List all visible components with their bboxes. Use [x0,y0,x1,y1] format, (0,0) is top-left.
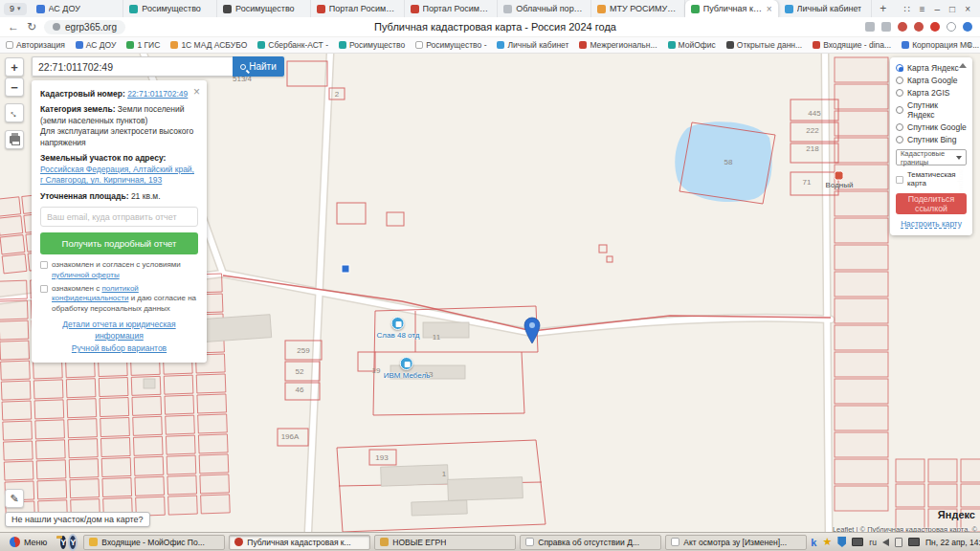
bookmark-item[interactable]: МойОфис [668,40,716,50]
tab-close-icon[interactable]: × [767,4,772,14]
menu-icon[interactable]: ≡ [920,4,925,14]
reload-icon[interactable]: ↻ [27,21,36,33]
boundaries-select-value: Кадастровые границы [901,149,956,166]
cadastral-number-link[interactable]: 22:71:011702:49 [127,89,188,99]
print-button[interactable] [5,130,24,149]
email-field[interactable] [40,207,198,227]
browser-tab[interactable]: Личный кабинет × [779,0,873,17]
browser-tab[interactable]: АС ДОУ × [31,0,124,17]
panels-icon[interactable]: ∷ [903,4,909,14]
bookmark-favicon-icon [6,41,13,49]
maximize-icon[interactable]: □ [949,4,955,14]
offer-checkbox[interactable] [40,261,48,269]
adblock-icon[interactable] [930,22,940,32]
layer-option[interactable]: Спутник Google [896,122,967,132]
messenger-icon[interactable] [947,22,956,32]
privacy-checkbox[interactable] [40,285,48,293]
back-icon[interactable]: ← [8,21,19,33]
address-box[interactable]: egrp365.org [44,20,125,34]
layer-option[interactable]: Спутник Яндекс [896,100,967,120]
start-menu-button[interactable]: Меню [4,535,53,550]
report-details-link[interactable]: Детали отчета и юридическая информация [40,320,198,342]
offer-link[interactable]: публичной оферты [52,271,120,279]
browser-tab[interactable]: Облачный портал × [498,0,591,17]
bookmark-favicon-icon [497,41,504,49]
new-tab-button[interactable]: + [872,2,894,15]
draw-button[interactable]: ✎ [5,489,24,508]
tray-display-icon[interactable] [852,538,863,546]
extension-list-icon[interactable] [881,22,891,32]
bookmark-item[interactable]: Авторизация [6,40,65,50]
site-info-icon[interactable] [53,23,60,31]
bookmark-item[interactable]: Росимущество - [415,40,486,50]
address-link[interactable]: Российская Федерация, Алтайский край, г … [40,165,194,185]
tray-k-icon[interactable]: k [811,537,816,548]
bookmark-item[interactable]: Межрегиональн... [579,40,657,50]
browser-tab[interactable]: Росимущество × [123,0,217,17]
bookmark-favicon-icon [813,41,820,49]
bookmark-item[interactable]: Росимущество [339,40,405,50]
bookmark-item[interactable]: Сбербанк-АСТ - [257,40,328,50]
network-icon[interactable] [908,538,920,546]
browser-tab[interactable]: Публичная кад... × [685,0,779,17]
layer-option[interactable]: Спутник Bing [896,135,967,144]
not-found-bubble[interactable]: Не нашли участок/дом на карте? [5,512,150,527]
get-report-button[interactable]: Получить подробный отчет [40,232,198,254]
browser-tab[interactable]: Росимущество × [217,0,311,17]
bookmarks-bar: Авторизация АС ДОУ 1 ГИС 1С МАД АСБУБО С… [0,37,980,54]
taskbar-clock[interactable]: Пн, 22 апр, 14:51 [925,538,980,547]
search-input[interactable] [32,56,233,77]
zoom-out-button[interactable]: − [5,77,24,97]
close-icon[interactable]: × [193,84,200,99]
bookmark-item[interactable]: Входящие - dina... [813,40,891,50]
task-button[interactable]: Публичная кадастровая к... [229,535,370,550]
close-icon[interactable]: × [965,4,970,14]
keyboard-layout[interactable]: ru [869,538,877,547]
collapse-panel-icon[interactable] [959,63,967,68]
browser-tab[interactable]: МТУ РОСИМУЩЕСТ × [591,0,685,17]
minimize-icon[interactable]: – [935,4,941,14]
bookmark-item[interactable]: Открытые данн... [726,40,802,50]
extension-icon[interactable] [914,22,924,32]
layer-option[interactable]: Карта Яндекс [896,63,967,73]
offer-text: ознакомлен и согласен с условиями публич… [52,260,198,280]
search-button[interactable]: Найти [233,56,284,77]
bookmark-favicon-icon [126,41,134,49]
extension-icon[interactable] [898,22,907,32]
tab-favicon-icon [223,5,232,13]
task-button[interactable]: НОВЫЕ ЕГРН [374,535,516,550]
url-text: egrp365.org [65,22,117,33]
bookmarks-overflow-button[interactable]: » [967,39,976,50]
extension-grid-icon[interactable] [865,22,875,32]
tab-counter-button[interactable]: 9 ▾ [4,3,27,15]
clipboard-icon[interactable] [895,538,902,547]
browser-launcher-icon[interactable]: Y [70,536,76,549]
tray-shield-icon[interactable] [837,537,846,547]
browser-tab[interactable]: Портал Росимущес × [405,0,499,17]
boundaries-select[interactable]: Кадастровые границы [896,149,967,165]
yandex-logo: Яндекс [938,509,975,520]
task-button[interactable]: Справка об отсутствии Д... [520,535,661,550]
share-link-button[interactable]: Поделиться ссылкой [896,193,967,214]
chevron-down-icon: ▾ [17,5,21,12]
task-button[interactable]: Акт осмотра зу [Изменен]... [665,535,807,550]
layer-option[interactable]: Карта 2GIS [896,88,967,98]
volume-icon[interactable] [882,539,889,546]
zoom-in-button[interactable]: + [5,57,24,77]
bookmark-item[interactable]: Личный кабинет [497,40,568,50]
bookmark-label: Открытые данн... [737,40,802,50]
bookmark-item[interactable]: 1С МАД АСБУБО [170,40,247,50]
map-pin-icon[interactable] [522,316,543,344]
tray-star-icon[interactable]: ★ [822,536,832,548]
bookmark-label: МойОфис [679,40,716,50]
configure-map-link[interactable]: Настроить карту [896,219,967,229]
download-icon[interactable] [963,22,972,32]
fullscreen-button[interactable]: ↔ [5,103,24,122]
bookmark-item[interactable]: 1 ГИС [126,40,160,50]
task-button[interactable]: Входящие - МойОфис По... [83,535,225,550]
layer-option[interactable]: Карта Google [896,76,967,85]
browser-tab[interactable]: Портал Росимущес × [311,0,405,17]
manual-choice-link[interactable]: Ручной выбор вариантов [40,343,198,354]
bookmark-item[interactable]: АС ДОУ [76,40,117,50]
thematic-checkbox[interactable] [896,176,903,184]
